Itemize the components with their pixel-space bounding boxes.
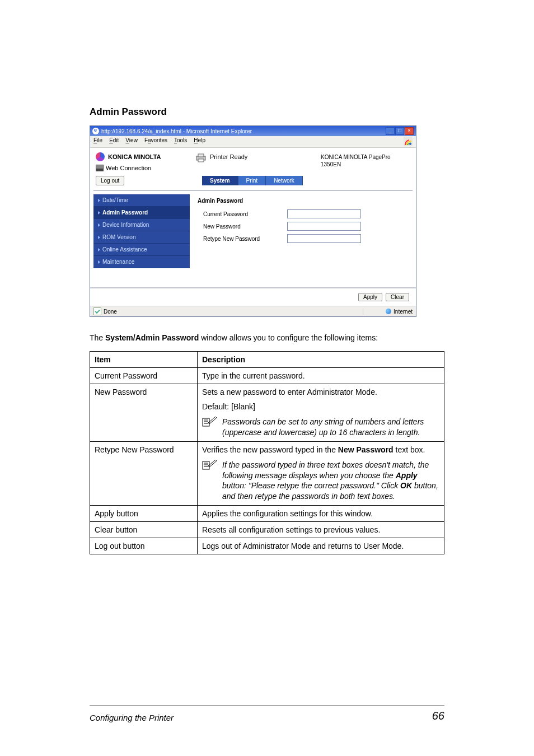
panel-footer: Apply Clear [90,287,416,306]
sidebar-label: Maintenance [102,259,134,265]
text: button: "Please retype the correct passw… [222,481,400,490]
window-buttons: _ □ × [386,127,414,135]
sidebar-label: Date/Time [102,197,128,203]
tab-bar: System Print Network [202,176,303,185]
km-logo-icon [96,152,105,161]
cell-item: Current Password [90,367,198,384]
menu-file[interactable]: File [93,137,102,146]
brand-name: KONICA MINOLTA [108,153,161,160]
printer-model: KONICA MINOLTA PagePro 1350EN [321,152,410,171]
model-line1: KONICA MINOLTA PagePro [321,153,410,161]
pagescope-text: Web Connection [106,165,151,171]
svg-rect-4 [198,159,204,162]
maximize-button[interactable]: □ [395,127,404,135]
note-text: If the password typed in three text boxe… [222,460,439,502]
table-row: Clear button Resets all configuration se… [90,522,444,538]
printer-status: Printer Ready [210,153,247,160]
main-panel: Admin Password Current Password New Pass… [193,194,413,284]
th-desc: Description [198,351,444,367]
clear-button[interactable]: Clear [386,293,409,301]
panel-title: Admin Password [198,198,408,204]
window-title: http://192.168.6.24/a_index.html - Micro… [101,128,386,134]
note-text: Passwords can be set to any string of nu… [222,417,439,438]
tab-system[interactable]: System [202,176,238,185]
cell-desc: Type in the current password. [198,367,444,384]
desc-line: Verifies the new password typed in the N… [202,445,439,454]
chevron-right-icon [98,236,100,239]
browser-window: http://192.168.6.24/a_index.html - Micro… [90,125,416,317]
table-row: Retype New Password Verifies the new pas… [90,441,444,506]
sidebar: Date/Time Admin Password Device Informat… [93,194,190,284]
menu-tools[interactable]: Tools [174,137,187,146]
chevron-right-icon [98,211,100,214]
text: Verifies the new password typed in the [202,445,338,454]
cell-desc: Sets a new password to enter Administrat… [198,384,444,441]
desc-line: Default: [Blank] [202,402,439,411]
tab-print[interactable]: Print [238,176,266,185]
sidebar-item-admin[interactable]: Admin Password [93,207,190,219]
status-done: Done [104,309,117,315]
input-current-password[interactable] [287,209,361,218]
cell-item: Log out button [90,538,198,554]
minimize-button[interactable]: _ [386,127,395,135]
menu-edit[interactable]: Edit [109,137,119,146]
brand-block: KONICA MINOLTA Web Connection [96,152,195,171]
table-row: New Password Sets a new password to ente… [90,384,444,441]
menu-help[interactable]: Help [194,137,205,146]
table-row: Log out button Logs out of Administrator… [90,538,444,554]
input-retype-password[interactable] [287,234,361,243]
browser-statusbar: Done Internet [90,306,416,316]
chevron-right-icon [98,223,100,227]
apply-button[interactable]: Apply [358,293,382,301]
chevron-right-icon [98,199,100,202]
cell-item: Retype New Password [90,441,198,506]
menu-bar: File Edit View Favorites Tools Help [90,136,416,148]
chevron-right-icon [98,248,100,251]
sidebar-label: Device Information [102,222,149,228]
close-button[interactable]: × [405,127,414,135]
th-item: Item [90,351,198,367]
table-row: Apply button Applies the configuration s… [90,506,444,522]
text: text box. [394,445,425,454]
cell-item: Clear button [90,522,198,538]
page-footer: Configuring the Printer 66 [90,706,444,722]
logout-button[interactable]: Log out [96,176,124,185]
sidebar-item-online[interactable]: Online Assistance [93,244,190,256]
sidebar-item-rom[interactable]: ROM Version [93,231,190,244]
svg-rect-9 [203,461,209,469]
note-icon [202,460,218,470]
sidebar-item-device[interactable]: Device Information [93,219,190,231]
cell-item: New Password [90,384,198,441]
model-line2: 1350EN [321,161,410,168]
sidebar-label: Online Assistance [102,246,147,253]
para-bold: System/Admin Password [105,333,199,342]
para-post: window allows you to configure the follo… [199,333,378,342]
chevron-right-icon [98,260,100,264]
intro-paragraph: The System/Admin Password window allows … [90,333,444,343]
sidebar-item-maint[interactable]: Maintenance [93,256,190,268]
description-table: Item Description Current Password Type i… [90,351,444,554]
tab-network[interactable]: Network [266,176,303,185]
text-bold: New Password [338,445,394,454]
desc-line: Sets a new password to enter Administrat… [202,388,439,396]
label-retype-password: Retype New Password [198,236,282,242]
table-row: Current Password Type in the current pas… [90,367,444,384]
cell-desc: Applies the configuration settings for t… [198,506,444,522]
cell-desc: Resets all configuration settings to pre… [198,522,444,538]
menu-view[interactable]: View [125,137,138,146]
input-new-password[interactable] [287,222,361,231]
text-bold: Apply [396,471,418,480]
printer-icon [195,153,207,162]
menu-favorites[interactable]: Favorites [144,137,167,146]
footer-title: Configuring the Printer [90,713,174,722]
svg-point-1 [409,143,411,145]
sidebar-label: Admin Password [102,209,148,216]
cell-desc: Verifies the new password typed in the N… [198,441,444,506]
window-titlebar: http://192.168.6.24/a_index.html - Micro… [90,126,416,136]
section-title: Admin Password [90,106,444,118]
svg-rect-5 [203,418,209,426]
ie-logo-icon [404,137,413,146]
sidebar-item-date[interactable]: Date/Time [93,194,190,207]
text-bold: OK [400,481,412,490]
pagescope-icon [96,165,104,171]
